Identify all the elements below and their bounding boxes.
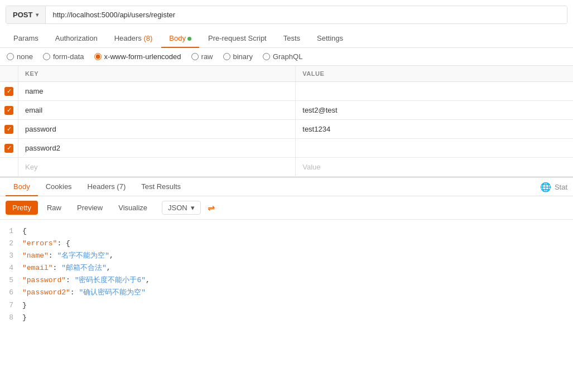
line-content: "email": "邮箱不合法",: [22, 262, 111, 274]
json-line: 4 "email": "邮箱不合法",: [0, 262, 573, 274]
col-value: VALUE: [296, 66, 573, 82]
row-checkbox-3[interactable]: ✓: [4, 144, 13, 153]
tab-body-dot: [187, 37, 191, 41]
line-content: }: [22, 299, 27, 312]
view-tabs: Pretty Raw Preview Visualize JSON ▾ ⇌: [0, 196, 573, 220]
row-checkbox-1[interactable]: ✓: [4, 106, 13, 115]
stat-text: Stat: [555, 183, 567, 191]
url-bar: POST ▾: [6, 6, 567, 24]
tab-settings[interactable]: Settings: [309, 30, 351, 48]
format-dropdown[interactable]: JSON ▾: [162, 201, 201, 215]
form-row-new: [0, 158, 573, 177]
line-content: "name": "名字不能为空",: [22, 250, 114, 262]
table-row: ✓ password test1234: [0, 120, 573, 139]
json-line: 5 "password": "密码长度不能小于6",: [0, 274, 573, 287]
json-line: 3 "name": "名字不能为空",: [0, 250, 573, 262]
response-tab-cookies[interactable]: Cookies: [38, 178, 80, 196]
row-value-1: test2@test: [302, 106, 337, 114]
globe-icon[interactable]: 🌐: [540, 182, 551, 192]
line-number: 7: [0, 299, 22, 312]
json-line: 6 "password2": "确认密码不能为空": [0, 287, 573, 299]
row-checkbox-0[interactable]: ✓: [4, 87, 13, 96]
row-key-0: name: [25, 87, 44, 95]
view-tab-raw[interactable]: Raw: [40, 201, 68, 215]
tab-body[interactable]: Body: [161, 30, 199, 48]
table-row: ✓ password2: [0, 139, 573, 158]
method-chevron-icon: ▾: [36, 12, 38, 18]
response-tab-body[interactable]: Body: [6, 178, 38, 196]
wrap-icon[interactable]: ⇌: [208, 202, 215, 213]
new-key-input[interactable]: [25, 163, 288, 171]
row-value-2: test1234: [302, 125, 330, 133]
radio-form-data[interactable]: form-data: [43, 52, 84, 61]
tab-headers-label: Headers: [114, 34, 144, 42]
row-key-1: email: [25, 106, 42, 114]
tab-headers-badge: (8): [143, 34, 152, 42]
view-tab-preview[interactable]: Preview: [70, 201, 109, 215]
url-input[interactable]: [46, 6, 567, 23]
tab-headers[interactable]: Headers (8): [107, 30, 161, 48]
line-number: 5: [0, 274, 22, 287]
response-tabs: Body Cookies Headers (7) Test Results 🌐 …: [0, 178, 573, 196]
response-tab-test-results[interactable]: Test Results: [133, 178, 189, 196]
line-number: 4: [0, 262, 22, 274]
new-value-input[interactable]: [302, 163, 566, 171]
view-tab-pretty[interactable]: Pretty: [6, 201, 38, 215]
table-row: ✓ name: [0, 82, 573, 101]
json-line: 8}: [0, 312, 573, 324]
line-content: "errors": {: [22, 238, 70, 250]
format-label: JSON: [168, 204, 187, 212]
row-key-3: password2: [25, 144, 60, 152]
json-line: 2 "errors": {: [0, 238, 573, 250]
json-output: 1{2 "errors": {3 "name": "名字不能为空",4 "ema…: [0, 220, 573, 330]
row-key-2: password: [25, 125, 56, 133]
format-chevron-icon: ▾: [191, 204, 195, 212]
line-content: }: [22, 312, 27, 324]
radio-raw[interactable]: raw: [191, 52, 213, 61]
form-table: KEY VALUE ✓ name ✓ email: [0, 66, 573, 177]
tab-body-label: Body: [169, 34, 186, 42]
radio-none[interactable]: none: [7, 52, 33, 61]
radio-urlencoded[interactable]: x-www-form-urlencoded: [94, 52, 181, 61]
col-check: [0, 66, 18, 82]
line-number: 2: [0, 238, 22, 250]
tab-prerequest[interactable]: Pre-request Script: [200, 30, 275, 48]
body-type-row: none form-data x-www-form-urlencoded raw…: [0, 48, 573, 66]
method-label: POST: [13, 11, 32, 19]
line-number: 3: [0, 250, 22, 262]
request-tabs: Params Authorization Headers (8) Body Pr…: [0, 30, 573, 48]
response-section: Body Cookies Headers (7) Test Results 🌐 …: [0, 177, 573, 330]
view-tab-visualize[interactable]: Visualize: [112, 201, 154, 215]
table-row: ✓ email test2@test: [0, 101, 573, 120]
line-content: "password": "密码长度不能小于6",: [22, 274, 150, 287]
col-key: KEY: [18, 66, 296, 82]
line-content: {: [22, 225, 27, 238]
line-number: 8: [0, 312, 22, 324]
json-line: 7 }: [0, 299, 573, 312]
method-dropdown[interactable]: POST ▾: [6, 6, 46, 23]
json-line: 1{: [0, 225, 573, 238]
line-number: 1: [0, 225, 22, 238]
line-number: 6: [0, 287, 22, 299]
radio-binary[interactable]: binary: [223, 52, 253, 61]
radio-graphql[interactable]: GraphQL: [263, 52, 302, 61]
row-checkbox-2[interactable]: ✓: [4, 125, 13, 134]
line-content: "password2": "确认密码不能为空": [22, 287, 146, 299]
response-tab-headers[interactable]: Headers (7): [80, 178, 134, 196]
tab-params[interactable]: Params: [6, 30, 46, 48]
tab-authorization[interactable]: Authorization: [47, 30, 105, 48]
tab-tests[interactable]: Tests: [276, 30, 308, 48]
